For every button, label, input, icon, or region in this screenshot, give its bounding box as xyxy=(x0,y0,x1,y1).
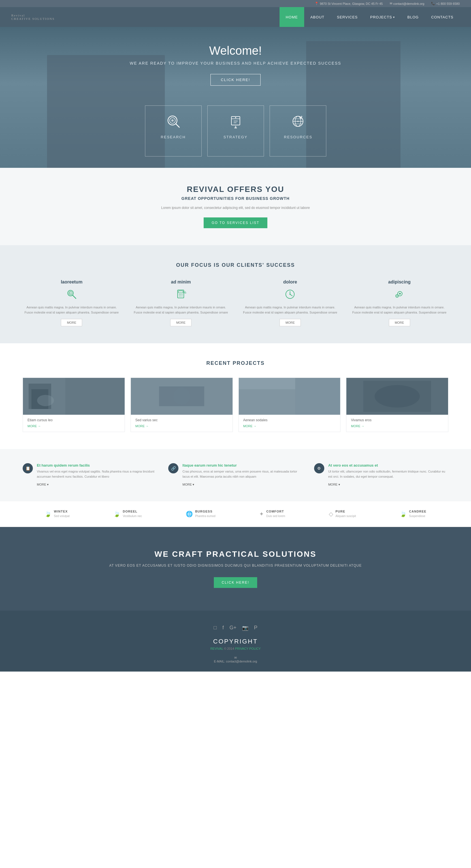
partner-sub-4: Aliquam suscipit xyxy=(335,515,356,518)
svg-point-27 xyxy=(179,296,179,297)
email-icon-footer: ✉ xyxy=(11,656,460,660)
projects-title: RECENT PROJECTS xyxy=(23,360,448,366)
info-desc-2: Ut tortor elit, ullamcorper non odio sol… xyxy=(328,469,448,479)
partner-sub-2: Pharetra eumod xyxy=(195,515,215,518)
info-item-2: ⚙ At vero eos et accusamus et Ut tortor … xyxy=(314,463,448,487)
footer-privacy[interactable]: PRIVACY POLICY xyxy=(235,647,261,650)
social-rss[interactable]: □ xyxy=(213,625,217,631)
topbar-email[interactable]: ✉ contact@demolink.org xyxy=(390,2,425,5)
nav-services[interactable]: SERVICES xyxy=(331,7,364,27)
focus-item-adminim: ad minim % Aenean quis mattis magna. In … xyxy=(132,280,230,326)
gear-icon: ⚙ xyxy=(317,466,321,471)
main-nav: HOME ABOUT SERVICES PROJECTS BLOG CONTAC… xyxy=(279,7,460,27)
project-image-1 xyxy=(131,378,233,415)
project-card-0: Etiam cursus leo MORE → xyxy=(23,378,125,432)
svg-point-6 xyxy=(235,117,236,118)
partner-name-3: COMFORT xyxy=(266,510,285,513)
research-icon xyxy=(160,114,187,131)
project-more-3[interactable]: MORE → xyxy=(351,424,364,428)
focus-more-btn-1[interactable]: MORE xyxy=(170,319,192,326)
info-link-2[interactable]: MORE ▾ xyxy=(328,483,340,486)
topbar-phone: 📞 +1 800 559 6580 xyxy=(431,2,460,5)
focus-icon-gear xyxy=(350,288,448,302)
info-icon-0: 📋 xyxy=(23,463,33,473)
svg-point-34 xyxy=(290,294,291,295)
feature-boxes: Research Strategy xyxy=(11,105,460,156)
social-pinterest[interactable]: P xyxy=(254,625,258,631)
project-info-2: Aenean sodales MORE → xyxy=(239,415,340,432)
project-more-1[interactable]: MORE → xyxy=(135,424,149,428)
phone-icon: 📞 xyxy=(431,2,435,5)
project-card-1: Sed varius sec MORE → xyxy=(131,378,233,432)
svg-point-2 xyxy=(171,119,174,122)
services-list-button[interactable]: GO TO SERVICES LIST xyxy=(204,217,267,228)
focus-icon-clock xyxy=(241,288,339,302)
focus-item-title: laoreetum xyxy=(23,280,121,285)
project-more-2[interactable]: MORE → xyxy=(243,424,257,428)
focus-more-btn-3[interactable]: MORE xyxy=(389,319,410,326)
partner-1: 🍃 DOREEL Vestibulum nec xyxy=(113,510,142,518)
partner-5: 🍃 CANDREE Suspendisse xyxy=(400,510,426,518)
hero-content: Welcome! WE ARE READY TO IMPROVE YOUR BU… xyxy=(11,44,460,156)
strategy-icon xyxy=(222,114,249,131)
partner-name-0: WINTEX xyxy=(54,510,70,513)
project-image-0 xyxy=(23,378,125,415)
info-icon-2: ⚙ xyxy=(314,463,324,473)
info-title-0: Et harum quidem rerum facilis xyxy=(37,463,157,467)
info-icon-1: 🔗 xyxy=(168,463,178,473)
hero-cta-button[interactable]: CLICK HERE! xyxy=(210,74,261,86)
svg-point-15 xyxy=(297,121,299,122)
partner-icon-0: 🍃 xyxy=(44,510,52,517)
feature-strategy[interactable]: Strategy xyxy=(207,105,264,156)
info-text-0: Et harum quidem rerum facilis Vivamus ve… xyxy=(37,463,157,487)
footer-email: ✉ E-MAIL: contact@demolink.org xyxy=(11,656,460,663)
offers-description: Lorem ipsum dolor sit amet, consectetur … xyxy=(151,205,321,211)
nav-contacts[interactable]: CONTACTS xyxy=(425,7,460,27)
nav-about[interactable]: ABOUT xyxy=(304,7,331,27)
focus-icon-calc: % xyxy=(132,288,230,302)
footer-sub: REVIVAL © 2014 PRIVACY POLICY xyxy=(11,647,460,650)
social-google[interactable]: G+ xyxy=(229,625,236,631)
project-more-0[interactable]: MORE → xyxy=(28,424,41,428)
nav-projects[interactable]: PROJECTS xyxy=(364,7,401,27)
cta-button[interactable]: CLICK HERE! xyxy=(214,577,257,588)
social-facebook[interactable]: f xyxy=(222,625,224,631)
svg-point-36 xyxy=(399,293,401,294)
nav-blog[interactable]: BLOG xyxy=(401,7,425,27)
focus-item-laoreetum: laoreetum % Aenean quis mattis magna. In… xyxy=(23,280,121,326)
email-icon: ✉ xyxy=(390,2,392,5)
info-desc-0: Vivamus vel eros eget magna volutpat sag… xyxy=(37,469,157,479)
topbar-address: 📍 9870 St Vincent Place, Glasgow, DC 45 … xyxy=(315,2,383,5)
project-image-3 xyxy=(346,378,448,415)
location-icon: 📍 xyxy=(315,2,318,5)
focus-item-text: Aenean quis mattis magna. In pulvinar in… xyxy=(132,305,230,315)
svg-point-29 xyxy=(181,296,182,297)
logo: Revival CREATIVE SOLUTIONS xyxy=(11,13,279,21)
project-info-0: Etiam cursus leo MORE → xyxy=(23,415,125,432)
nav-home[interactable]: HOME xyxy=(279,7,304,27)
footer-email-link[interactable]: contact@demolink.org xyxy=(226,660,257,663)
project-card-3: Vivamus eros MORE → xyxy=(346,378,448,432)
info-text-2: At vero eos et accusamus et Ut tortor el… xyxy=(328,463,448,487)
focus-item-title: dolore xyxy=(241,280,339,285)
footer-brand[interactable]: REVIVAL xyxy=(210,647,223,650)
focus-more-btn-2[interactable]: MORE xyxy=(279,319,301,326)
projects-section: RECENT PROJECTS Etiam cursus leo MORE → xyxy=(0,343,471,449)
feature-research[interactable]: Research xyxy=(145,105,202,156)
info-desc-1: Cras phoncus, eros at semper varius, urn… xyxy=(182,469,302,479)
partner-sub-3: Duis sed lorem xyxy=(266,515,285,518)
svg-point-26 xyxy=(181,294,182,295)
partner-name-1: DOREEL xyxy=(123,510,142,513)
cta-subtitle: AT VERO EOS ET ACCUSAMUS ET IUSTO ODIO D… xyxy=(11,563,460,569)
info-link-0[interactable]: MORE ▾ xyxy=(37,483,49,486)
hero-title: Welcome! xyxy=(11,44,460,58)
social-instagram[interactable]: 📷 xyxy=(242,625,248,631)
svg-rect-48 xyxy=(239,389,295,415)
focus-item-adipiscing: adipiscing Aenean quis mattis magna. In … xyxy=(350,280,448,326)
info-link-1[interactable]: MORE ▾ xyxy=(182,483,194,486)
project-title-3: Vivamus eros xyxy=(351,418,443,422)
feature-resources[interactable]: Resources xyxy=(270,105,326,156)
project-title-2: Aenean sodales xyxy=(243,418,336,422)
partner-3: ✦ COMFORT Duis sed lorem xyxy=(259,510,285,518)
focus-more-btn-0[interactable]: MORE xyxy=(61,319,82,326)
